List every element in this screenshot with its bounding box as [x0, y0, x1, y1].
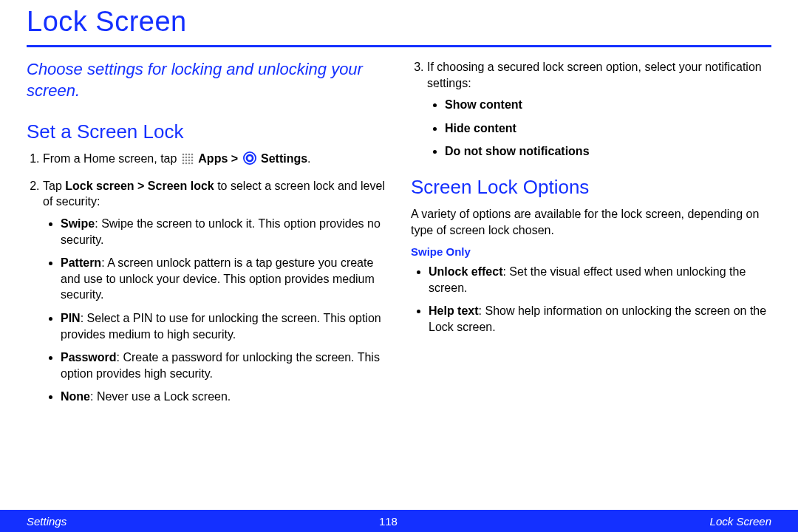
page-footer: Settings 118 Lock Screen: [0, 510, 798, 532]
svg-point-10: [188, 160, 191, 162]
notif-none-label: Do not show notifications: [445, 145, 590, 157]
apps-grid-icon: [182, 153, 194, 169]
notif-none: Do not show notifications: [445, 143, 771, 160]
left-column: Choose settings for locking and unlockin…: [27, 59, 387, 414]
svg-point-0: [183, 154, 185, 156]
step-1-settings-label: Settings: [261, 152, 307, 165]
options-body: A variety of options are available for t…: [411, 206, 771, 238]
opt-pattern-text: : A screen unlock pattern is a tap gestu…: [61, 256, 375, 301]
swipe-help-desc: : Show help information on unlocking the…: [429, 304, 766, 333]
svg-point-16: [243, 152, 255, 164]
step-1: From a Home screen, tap Apps >: [43, 151, 387, 169]
page-title: Lock Screen: [27, 6, 771, 38]
opt-password: Password: Create a password for unlockin…: [61, 349, 387, 381]
step-2-text-a: Tap: [43, 180, 65, 192]
opt-pin-text: : Select a PIN to use for unlocking the …: [61, 312, 381, 341]
opt-pin: PIN: Select a PIN to use for unlocking t…: [61, 310, 387, 342]
svg-point-4: [183, 157, 185, 159]
svg-point-5: [185, 157, 188, 159]
heading-set-screen-lock: Set a Screen Lock: [27, 120, 387, 143]
opt-none: None: Never use a Lock screen.: [61, 389, 387, 405]
swipe-only-list: Unlock effect: Set the visual effect use…: [411, 264, 771, 335]
steps-list: From a Home screen, tap Apps >: [27, 151, 387, 405]
opt-password-label: Password: [61, 351, 117, 364]
opt-pin-label: PIN: [61, 312, 81, 324]
svg-point-11: [191, 160, 194, 162]
opt-swipe-text: : Swipe the screen to unlock it. This op…: [61, 217, 381, 246]
opt-none-label: None: [61, 390, 90, 403]
svg-point-13: [185, 163, 188, 165]
footer-page-number: 118: [379, 515, 398, 528]
steps-list-continued: If choosing a secured lock screen option…: [411, 59, 771, 160]
svg-point-9: [185, 160, 188, 162]
right-column: If choosing a secured lock screen option…: [411, 59, 771, 414]
svg-point-6: [188, 157, 191, 159]
page: Lock Screen Choose settings for locking …: [0, 0, 798, 532]
svg-point-8: [183, 160, 185, 162]
lock-type-list: Swipe: Swipe the screen to unlock it. Th…: [43, 216, 387, 405]
opt-none-text: : Never use a Lock screen.: [90, 390, 231, 403]
notification-options-list: Show content Hide content Do not show no…: [427, 97, 771, 160]
subhead-swipe-only: Swipe Only: [411, 245, 771, 258]
opt-pattern: Pattern: A screen unlock pattern is a ta…: [61, 255, 387, 303]
opt-swipe-label: Swipe: [61, 217, 95, 230]
notif-show: Show content: [445, 97, 771, 113]
step-1-end: .: [307, 152, 310, 165]
footer-left: Settings: [27, 515, 66, 528]
swipe-unlock-effect: Unlock effect: Set the visual effect use…: [429, 264, 771, 296]
svg-point-12: [183, 163, 185, 165]
step-2-bold: Lock screen > Screen lock: [65, 180, 214, 192]
svg-point-1: [185, 154, 188, 156]
footer-right: Lock Screen: [710, 515, 771, 528]
notif-hide-label: Hide content: [445, 122, 516, 134]
title-rule: [27, 45, 771, 47]
swipe-help-text: Help text: Show help information on unlo…: [429, 303, 771, 335]
swipe-unlock-label: Unlock effect: [429, 265, 502, 278]
opt-swipe: Swipe: Swipe the screen to unlock it. Th…: [61, 216, 387, 248]
svg-point-14: [188, 163, 191, 165]
svg-point-7: [191, 157, 194, 159]
step-1-text-a: From a Home screen, tap: [43, 152, 180, 165]
notif-hide: Hide content: [445, 120, 771, 137]
opt-pattern-label: Pattern: [61, 256, 101, 269]
notif-show-label: Show content: [445, 98, 522, 111]
intro-text: Choose settings for locking and unlockin…: [27, 59, 387, 101]
content-columns: Choose settings for locking and unlockin…: [27, 59, 771, 414]
step-3: If choosing a secured lock screen option…: [427, 59, 771, 160]
svg-point-15: [191, 163, 194, 165]
settings-gear-icon: [243, 151, 256, 169]
heading-screen-lock-options: Screen Lock Options: [411, 176, 771, 199]
step-1-apps-label: Apps >: [198, 152, 241, 165]
step-2: Tap Lock screen > Screen lock to select …: [43, 178, 387, 405]
svg-point-3: [191, 154, 194, 156]
svg-point-2: [188, 154, 191, 156]
swipe-help-label: Help text: [429, 304, 479, 317]
step-3-text: If choosing a secured lock screen option…: [427, 61, 762, 89]
